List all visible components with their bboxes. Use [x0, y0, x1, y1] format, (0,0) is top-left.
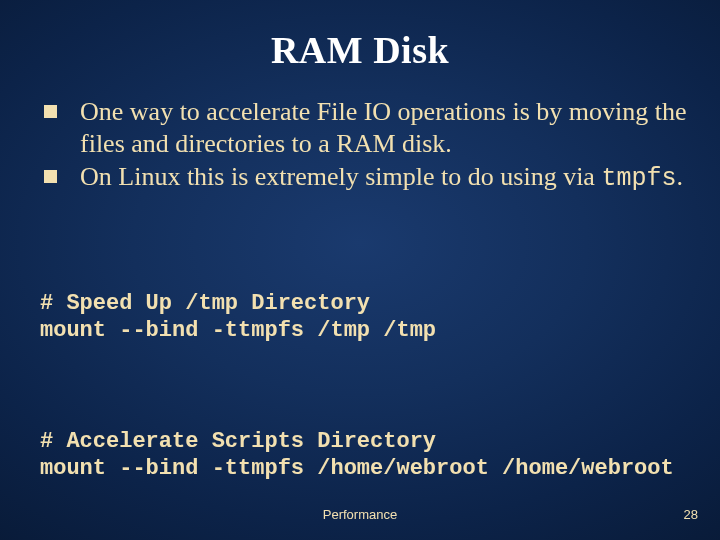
- bullet-item: On Linux this is extremely simple to do …: [40, 161, 688, 195]
- slide: RAM Disk One way to accelerate File IO o…: [0, 0, 720, 540]
- slide-title: RAM Disk: [0, 0, 720, 96]
- page-number: 28: [684, 507, 698, 522]
- code-section: # Accelerate Scripts Directory mount --b…: [40, 428, 688, 483]
- code-command: mount --bind -ttmpfs /home/webroot /home…: [40, 456, 674, 481]
- bullet-list: One way to accelerate File IO operations…: [40, 96, 688, 195]
- bullet-text: .: [676, 162, 683, 191]
- footer-label: Performance: [0, 507, 720, 522]
- bullet-item: One way to accelerate File IO operations…: [40, 96, 688, 159]
- slide-body: One way to accelerate File IO operations…: [0, 96, 720, 538]
- bullet-text: One way to accelerate File IO operations…: [80, 97, 686, 158]
- code-comment: # Speed Up /tmp Directory: [40, 291, 370, 316]
- code-comment: # Accelerate Scripts Directory: [40, 429, 436, 454]
- inline-code: tmpfs: [601, 164, 676, 193]
- code-block: # Speed Up /tmp Directory mount --bind -…: [40, 235, 688, 538]
- code-command: mount --bind -ttmpfs /tmp /tmp: [40, 318, 436, 343]
- bullet-text: On Linux this is extremely simple to do …: [80, 162, 601, 191]
- code-section: # Speed Up /tmp Directory mount --bind -…: [40, 290, 688, 345]
